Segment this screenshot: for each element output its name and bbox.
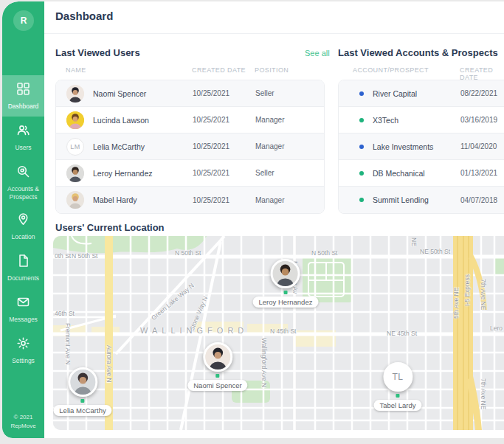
avatar	[203, 342, 232, 372]
street-label: N 45th St	[270, 327, 296, 335]
table-row[interactable]: River Capital 08/22/2021	[339, 80, 504, 107]
avatar	[68, 367, 97, 397]
street-label: Wallingford Ave N	[260, 338, 268, 387]
sidebar-item-documents[interactable]: Documents	[2, 247, 44, 288]
table-row[interactable]: Summit Lending 04/07/2018	[339, 187, 504, 213]
table-row[interactable]: Leroy Hernandez 10/25/2021 Seller	[56, 160, 324, 187]
account-type-dot	[359, 171, 364, 176]
avatar	[66, 111, 84, 129]
table-row[interactable]: Lake Investments 11/04/2020	[339, 133, 504, 160]
account-created-date: 04/07/2018	[460, 196, 497, 204]
table-row[interactable]: Mabel Hardy 10/25/2021 Manager	[56, 187, 324, 213]
street-label: NE	[410, 237, 418, 246]
dashboard-grid-icon	[16, 82, 30, 99]
table-row[interactable]: Lucinda Lawson 10/25/2021 Manager	[56, 107, 324, 133]
location-pin-icon	[16, 212, 30, 229]
page-title: Dashboard	[55, 10, 113, 22]
column-header-created-date: CREATED DATE	[460, 66, 504, 81]
user-created-date: 10/25/2021	[193, 116, 229, 124]
accounts-panel-title: Last Viewed Accounts & Prospects	[338, 47, 498, 58]
sidebar-item-accounts-prospects[interactable]: Accounts & Prospects	[2, 158, 44, 206]
map-marker-tabel[interactable]: TL Tabel Lardy	[373, 362, 421, 411]
sidebar-item-label: Accounts & Prospects	[4, 185, 43, 201]
marker-label: Lelia McCarthy	[53, 405, 111, 416]
table-row[interactable]: Naomi Spencer 10/25/2021 Seller	[56, 80, 324, 107]
street-label: N 50th St	[72, 252, 97, 260]
account-name: X3Tech	[373, 116, 398, 125]
user-name: Leroy Hernandez	[93, 169, 153, 178]
column-header-created-date: CREATED DATE	[192, 66, 246, 74]
repmove-logo[interactable]: R	[13, 10, 34, 31]
sidebar-item-label: Documents	[7, 274, 39, 282]
sidebar-item-messages[interactable]: Messages	[2, 288, 44, 330]
avatar	[66, 164, 84, 182]
map-panel-title: Users' Current Location	[55, 222, 165, 233]
marker-label: Tabel Lardy	[373, 400, 421, 411]
sidebar-item-label: Location	[11, 233, 35, 241]
street-label: 7th Ave NE	[480, 279, 487, 310]
sidebar-nav: Dashboard Users Accounts & Prospects Loc…	[2, 75, 44, 371]
user-created-date: 10/25/2021	[193, 142, 229, 150]
highway-label: I-5 Express	[463, 274, 471, 306]
sidebar: R Dashboard Users Accounts & Prospects	[2, 1, 44, 438]
see-all-link[interactable]: See all	[305, 49, 330, 58]
account-type-dot	[359, 145, 364, 149]
map-marker-lelia[interactable]: Lelia McCarthy	[53, 367, 111, 416]
user-position: Manager	[255, 116, 284, 124]
user-position: Seller	[255, 89, 275, 97]
account-name: DB Mechanical	[373, 169, 425, 178]
user-name: Mabel Hardy	[93, 195, 137, 204]
users-location-map[interactable]: 0th St N 50th St N 50th St N 50th St NE …	[53, 236, 504, 430]
table-row[interactable]: DB Mechanical 01/13/2021	[339, 160, 504, 187]
table-row[interactable]: X3Tech 03/16/2019	[339, 107, 504, 133]
user-name: Lucinda Lawson	[93, 116, 149, 125]
map-marker-leroy[interactable]: Leroy Hernandez	[253, 259, 319, 308]
avatar	[271, 259, 300, 288]
account-type-dot	[359, 198, 364, 202]
account-name: Summit Lending	[373, 195, 429, 204]
app-window: R Dashboard Users Accounts & Prospects	[2, 1, 504, 438]
column-header-position: POSITION	[255, 66, 289, 74]
sidebar-item-label: Settings	[12, 357, 35, 365]
account-created-date: 08/22/2021	[460, 89, 497, 97]
column-header-name: NAME	[66, 66, 86, 74]
sidebar-item-users[interactable]: Users	[2, 117, 44, 158]
marker-dot	[80, 399, 84, 403]
account-name: Lake Investments	[373, 142, 433, 151]
accounts-search-icon	[16, 164, 30, 181]
sidebar-item-dashboard[interactable]: Dashboard	[2, 75, 44, 117]
account-created-date: 03/16/2019	[460, 116, 497, 124]
sidebar-item-label: Messages	[9, 316, 38, 324]
main-content: Dashboard Last Viewed Users See all NAME…	[44, 1, 504, 438]
user-position: Manager	[255, 142, 284, 150]
marker-dot	[396, 394, 400, 398]
users-icon	[16, 123, 30, 140]
user-name: Naomi Spencer	[93, 89, 146, 98]
sidebar-item-location[interactable]: Location	[2, 206, 44, 247]
table-row[interactable]: LM Lelia McCarthy 10/25/2021 Manager	[56, 133, 324, 160]
avatar	[66, 191, 84, 209]
district-label: WALLINGFORD	[140, 326, 248, 335]
sidebar-item-settings[interactable]: Settings	[2, 330, 44, 371]
street-label: 7th Ave NE	[480, 378, 487, 409]
account-type-dot	[359, 118, 364, 122]
user-created-date: 10/25/2021	[193, 169, 229, 177]
header-divider	[44, 33, 504, 34]
account-created-date: 11/04/2020	[460, 142, 497, 150]
account-name: River Capital	[373, 89, 417, 98]
user-position: Manager	[255, 196, 284, 204]
map-marker-naomi[interactable]: Naomi Spencer	[187, 342, 247, 391]
avatar	[66, 85, 84, 103]
sidebar-item-label: Users	[15, 144, 31, 152]
account-type-dot	[359, 91, 364, 96]
column-header-account-prospect: ACCOUNT/PROSPECT	[353, 66, 429, 74]
sidebar-item-label: Dashboard	[8, 103, 39, 111]
marker-label: Naomi Spencer	[187, 380, 247, 391]
marker-dot	[215, 374, 219, 378]
avatar-initials: LM	[66, 138, 84, 156]
user-created-date: 10/25/2021	[193, 89, 229, 97]
street-label: Fremont Ave N	[64, 323, 72, 365]
street-label: 46th St	[55, 310, 75, 317]
user-name: Lelia McCarthy	[93, 142, 145, 151]
user-created-date: 10/25/2021	[193, 196, 229, 204]
